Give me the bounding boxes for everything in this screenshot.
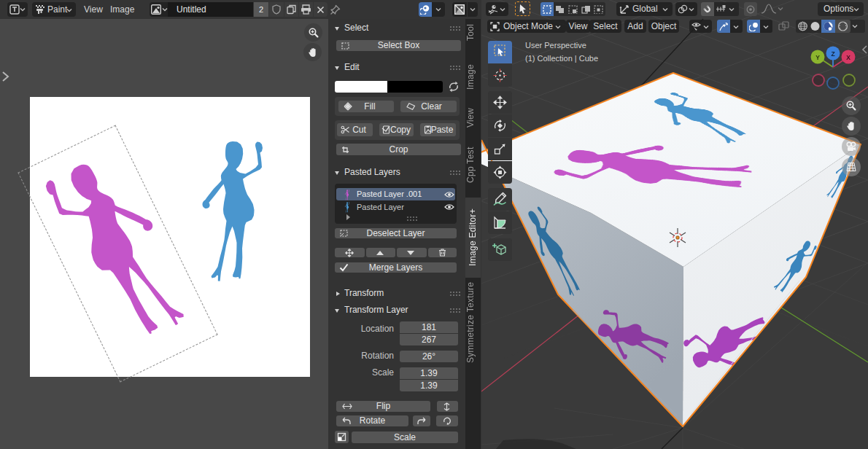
svg-text:X: X xyxy=(846,54,850,61)
svg-text:Z: Z xyxy=(831,50,834,58)
svg-text:Y: Y xyxy=(815,54,820,61)
